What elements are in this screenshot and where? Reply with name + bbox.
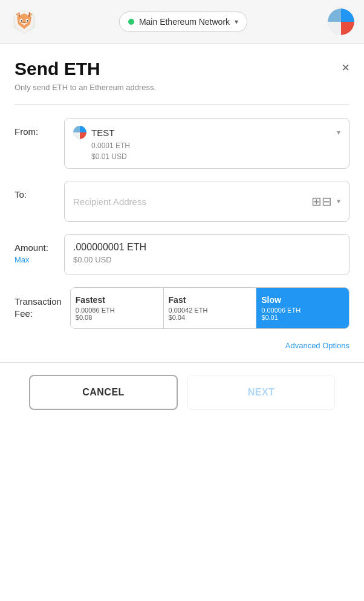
fee-label-col: TransactionFee: (15, 287, 62, 319)
network-status-dot (128, 19, 134, 25)
fee-name-fastest: Fastest (76, 295, 105, 305)
to-field-icons: ⊞⊟ ▾ (311, 194, 340, 209)
modal-content: Send ETH × Only send ETH to an Ethereum … (0, 44, 364, 601)
amount-field[interactable]: .000000001 ETH $0.00 USD (64, 234, 349, 275)
amount-value: .000000001 ETH (73, 242, 146, 253)
amount-usd: $0.00 USD (73, 255, 112, 264)
to-label: To: (15, 181, 56, 200)
fee-eth-slow: 0.00006 ETH (261, 307, 301, 314)
to-dropdown-arrow-icon: ▾ (337, 197, 340, 206)
advanced-options-link[interactable]: Advanced Options (285, 341, 349, 350)
svg-point-9 (21, 20, 22, 21)
fee-usd-fast: $0.04 (169, 314, 186, 321)
divider (15, 104, 349, 105)
account-selector[interactable]: TEST ▾ (73, 126, 340, 139)
account-name: TEST (91, 128, 332, 138)
fee-eth-fast: 0.00042 ETH (169, 307, 208, 314)
close-button[interactable]: × (342, 61, 349, 74)
to-field[interactable]: Recipient Address ⊞⊟ ▾ (64, 181, 349, 222)
modal-footer: CANCEL NEXT (15, 363, 349, 422)
modal-header: Send ETH × (15, 59, 349, 79)
metamask-logo (10, 7, 39, 36)
fee-option-slow[interactable]: Slow 0.00006 ETH $0.01 (256, 288, 349, 328)
from-field[interactable]: TEST ▾ 0.0001 ETH $0.01 USD (64, 118, 349, 169)
fee-option-fastest[interactable]: Fastest 0.00086 ETH $0.08 (71, 288, 164, 328)
account-avatar (73, 126, 86, 139)
from-label: From: (15, 118, 56, 137)
amount-label-col: Amount: Max (15, 234, 56, 264)
next-button[interactable]: NEXT (187, 375, 335, 410)
fee-usd-fastest: $0.08 (76, 314, 93, 321)
account-eth-balance: 0.0001 ETH (73, 141, 130, 150)
modal-subtitle: Only send ETH to an Ethereum address. (15, 83, 349, 92)
fee-row: TransactionFee: Fastest 0.00086 ETH $0.0… (15, 287, 349, 329)
network-selector[interactable]: Main Ethereum Network ▾ (119, 11, 247, 32)
amount-row: Amount: Max .000000001 ETH $0.00 USD (15, 234, 349, 275)
network-name: Main Ethereum Network (139, 17, 230, 27)
to-row: To: Recipient Address ⊞⊟ ▾ (15, 181, 349, 222)
from-row: From: TEST ▾ 0.0001 ETH $0.01 USD (15, 118, 349, 169)
fee-name-fast: Fast (169, 295, 186, 305)
app-header: Main Ethereum Network ▾ (0, 0, 364, 44)
advanced-options-row: Advanced Options (15, 341, 349, 350)
dropdown-arrow-icon: ▾ (337, 128, 340, 137)
cancel-button[interactable]: CANCEL (29, 375, 178, 410)
fee-label: TransactionFee: (15, 296, 62, 319)
fee-name-slow: Slow (261, 295, 281, 305)
max-link[interactable]: Max (15, 255, 56, 264)
fee-option-fast[interactable]: Fast 0.00042 ETH $0.04 (164, 288, 257, 328)
fee-eth-fastest: 0.00086 ETH (76, 307, 115, 314)
profile-avatar[interactable] (328, 8, 354, 35)
fee-usd-slow: $0.01 (261, 314, 278, 321)
account-usd-balance: $0.01 USD (73, 152, 127, 161)
fee-options: Fastest 0.00086 ETH $0.08 Fast 0.00042 E… (70, 287, 349, 329)
amount-label: Amount: (15, 242, 56, 253)
qr-code-icon[interactable]: ⊞⊟ (311, 194, 332, 209)
recipient-placeholder: Recipient Address (73, 197, 311, 207)
svg-point-10 (27, 20, 28, 21)
chevron-down-icon: ▾ (235, 18, 238, 26)
page-title: Send ETH (15, 59, 100, 79)
